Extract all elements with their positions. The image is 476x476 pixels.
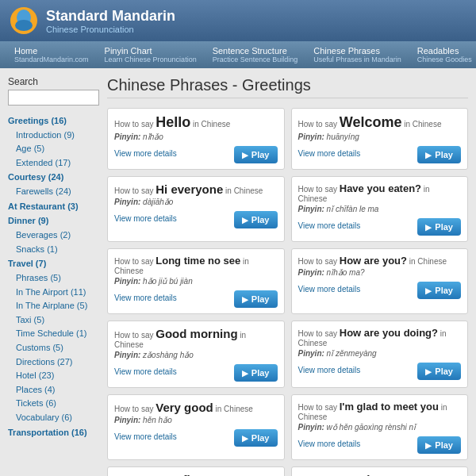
sidebar-item[interactable]: Transportation (16) <box>8 425 99 440</box>
sidebar-item[interactable]: Taxi (5) <box>8 313 99 328</box>
phrase-how-label: How to say Have you eaten? in Chinese <box>298 182 462 203</box>
play-icon <box>242 294 248 304</box>
nav-sub: Chinese Goodies <box>417 56 472 63</box>
card-footer: View more details Play <box>298 433 462 454</box>
sidebar-item[interactable]: Introduction (9) <box>8 129 99 143</box>
play-button[interactable]: Play <box>417 282 461 299</box>
view-details-link[interactable]: View more details <box>114 432 177 441</box>
phrase-how-label: How to say How are you doing? in Chinese <box>298 327 462 347</box>
play-button[interactable]: Play <box>234 364 278 382</box>
play-label: Play <box>251 150 270 159</box>
view-details-link[interactable]: View more details <box>298 366 361 374</box>
phrase-card: How to say It's okay in Chinese Pinyin: … <box>291 466 469 476</box>
play-button[interactable]: Play <box>234 146 278 163</box>
sidebar-item[interactable]: Farewells (24) <box>8 185 99 199</box>
card-footer: View more details Play <box>298 215 462 236</box>
phrase-how-label: How to say How are you? in Chinese <box>298 255 462 267</box>
view-details-link[interactable]: View more details <box>114 149 177 158</box>
play-icon <box>425 440 432 450</box>
sidebar-item[interactable]: Courtesy (24) <box>8 170 99 185</box>
site-title: Standard Mandarin <box>46 8 175 25</box>
play-icon <box>425 286 432 295</box>
view-details-link[interactable]: View more details <box>298 440 361 448</box>
nav-label: Home <box>14 46 37 56</box>
nav-item[interactable]: HomeStandardMandarin.com <box>6 41 97 68</box>
view-details-link[interactable]: View more details <box>114 294 177 302</box>
phrase-pinyin: Pinyin: nǐ chīfàn le ma <box>298 205 462 213</box>
phrase-how-label: How to say Welcome in Chinese <box>298 114 462 131</box>
sidebar-item[interactable]: Hotel (23) <box>8 369 99 383</box>
header: Standard Mandarin Chinese Pronunciation <box>0 0 476 41</box>
card-footer: View more details Play <box>114 361 278 382</box>
play-label: Play <box>251 433 270 443</box>
sidebar-item[interactable]: Phrases (5) <box>8 271 99 286</box>
nav-sub: Learn Chinese Pronunciation <box>105 56 197 63</box>
play-button[interactable]: Play <box>234 211 278 228</box>
phrase-card: How to say Hello in Chinese Pinyin: nǐhǎ… <box>107 108 285 170</box>
view-details-link[interactable]: View more details <box>298 285 361 294</box>
sidebar-item[interactable]: Vocabulary (6) <box>8 411 99 425</box>
sidebar-item[interactable]: Age (5) <box>8 142 99 156</box>
sidebar-item[interactable]: Time Schedule (1) <box>8 327 99 341</box>
play-icon <box>242 215 248 225</box>
play-icon <box>425 222 432 232</box>
phrase-how-label: How to say Hello in Chinese <box>114 114 278 131</box>
phrase-pinyin: Pinyin: nǐhǎo ma? <box>298 268 462 277</box>
card-footer: View more details Play <box>114 143 278 163</box>
sidebar-item[interactable]: Customs (5) <box>8 341 99 355</box>
sidebar-item[interactable]: Dinner (9) <box>8 213 99 228</box>
view-details-link[interactable]: View more details <box>114 214 177 223</box>
svg-point-2 <box>15 20 33 31</box>
sidebar-item[interactable]: Greetings (16) <box>8 113 99 129</box>
nav-item[interactable]: Pinyin ChartLearn Chinese Pronunciation <box>97 41 205 68</box>
card-footer: View more details Play <box>298 359 462 380</box>
sidebar: Search Greetings (16)Introduction (9)Age… <box>8 76 99 476</box>
phrase-pinyin: Pinyin: huānyíng <box>298 132 462 141</box>
phrase-card: How to say Long time no see in Chinese P… <box>107 248 285 314</box>
play-icon <box>242 150 248 159</box>
sidebar-item[interactable]: Travel (7) <box>8 256 99 271</box>
play-button[interactable]: Play <box>234 429 278 447</box>
nav-item[interactable]: Chinese PhrasesUseful Phrases in Mandari… <box>305 41 409 68</box>
nav-sub: StandardMandarin.com <box>14 56 89 63</box>
play-button[interactable]: Play <box>417 146 461 163</box>
sidebar-item[interactable]: In The Airplane (5) <box>8 299 99 313</box>
play-icon <box>242 433 248 443</box>
search-input[interactable] <box>8 90 99 106</box>
sidebar-item[interactable]: In The Airport (11) <box>8 286 99 300</box>
phrase-pinyin: Pinyin: zǎoshàng hǎo <box>114 351 278 359</box>
view-details-link[interactable]: View more details <box>298 221 361 230</box>
phrase-how-label: How to say Long time no see in Chinese <box>114 255 278 275</box>
phrase-pinyin: Pinyin: hěn hǎo <box>114 416 278 424</box>
sidebar-item[interactable]: Tickets (6) <box>8 397 99 411</box>
view-details-link[interactable]: View more details <box>298 149 361 158</box>
play-icon <box>242 368 248 378</box>
sidebar-item[interactable]: Directions (27) <box>8 355 99 370</box>
phrase-card: How to say Welcome in Chinese Pinyin: hu… <box>291 108 469 170</box>
nav-label: Readables <box>417 46 459 56</box>
sidebar-links: Greetings (16)Introduction (9)Age (5)Ext… <box>8 113 99 440</box>
phrase-how-label: How to say It's okay in Chinese <box>298 473 462 476</box>
phrase-how-label: How to say I am fine in Chinese <box>114 473 278 476</box>
play-icon <box>425 367 432 376</box>
play-label: Play <box>435 150 453 159</box>
play-button[interactable]: Play <box>234 290 278 308</box>
play-label: Play <box>251 368 270 378</box>
sidebar-item[interactable]: Extended (17) <box>8 156 99 171</box>
play-button[interactable]: Play <box>417 436 461 454</box>
phrase-card: How to say I'm glad to meet you in Chine… <box>291 394 469 460</box>
phrase-how-label: How to say I'm glad to meet you in Chine… <box>298 401 462 421</box>
phrase-card: How to say Very good in Chinese Pinyin: … <box>107 394 285 460</box>
sidebar-item[interactable]: At Restaurant (3) <box>8 199 99 214</box>
sidebar-item[interactable]: Snacks (1) <box>8 243 99 257</box>
sidebar-item[interactable]: Beverages (2) <box>8 228 99 243</box>
sidebar-item[interactable]: Places (4) <box>8 383 99 397</box>
nav-item[interactable]: Sentence StructurePractice Sentence Buil… <box>205 41 306 68</box>
phrase-how-label: How to say Good morning in Chinese <box>114 327 278 349</box>
play-button[interactable]: Play <box>417 363 461 380</box>
card-footer: View more details Play <box>298 278 462 299</box>
play-label: Play <box>435 440 453 450</box>
nav-item[interactable]: ReadablesChinese Goodies <box>409 41 476 68</box>
play-button[interactable]: Play <box>417 218 461 236</box>
view-details-link[interactable]: View more details <box>114 367 177 376</box>
